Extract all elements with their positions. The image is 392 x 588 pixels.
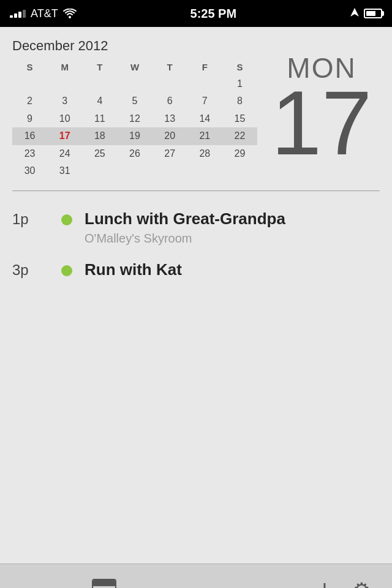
calendar-day-cell[interactable]: 10: [47, 110, 82, 127]
events-section: 1pLunch with Great-GrandpaO'Malley's Sky…: [0, 196, 392, 564]
event-title: Run with Kat: [85, 260, 380, 279]
event-time: 1p: [12, 209, 49, 228]
event-row[interactable]: 1pLunch with Great-GrandpaO'Malley's Sky…: [0, 202, 392, 252]
cal-header-wed: W: [117, 59, 152, 75]
event-time: 3p: [12, 260, 49, 279]
calendar-icon-number: 14: [93, 586, 115, 589]
calendar-week-row: 3031: [12, 162, 257, 179]
calendar-day-cell[interactable]: 16: [12, 127, 47, 145]
calendar-day-cell: [187, 75, 222, 92]
calendar-day-cell: [47, 75, 82, 92]
add-button[interactable]: +: [306, 571, 343, 589]
calendar-day-cell: [187, 162, 222, 179]
calendar-day-cell[interactable]: 28: [187, 145, 222, 162]
location-icon: [350, 8, 359, 19]
calendar-day-cell[interactable]: 20: [153, 127, 187, 145]
forward-icon: →: [58, 578, 77, 588]
main-content: December 2012 S M T W T F S 123456789101…: [0, 27, 392, 564]
calendar-day-cell[interactable]: 2: [12, 92, 47, 110]
calendar-day-cell[interactable]: 23: [12, 145, 47, 162]
cal-header-sat: S: [222, 59, 257, 75]
calendar-day-cell: [222, 162, 257, 179]
carrier-label: AT&T: [31, 7, 58, 20]
mini-calendar: December 2012 S M T W T F S 123456789101…: [12, 38, 257, 179]
calendar-day-cell[interactable]: 31: [47, 162, 82, 179]
calendar-day-cell[interactable]: 27: [153, 145, 187, 162]
calendar-day-cell[interactable]: 13: [153, 110, 187, 127]
calendar-day-cell[interactable]: 7: [187, 92, 222, 110]
settings-button[interactable]: ⚙: [343, 571, 380, 589]
calendar-day-cell: [12, 75, 47, 92]
calendar-day-cell: [82, 162, 117, 179]
divider: [12, 190, 380, 191]
calendar-day-cell[interactable]: 12: [117, 110, 152, 127]
back-icon: ←: [21, 578, 40, 588]
calendar-day-cell: [153, 75, 187, 92]
svg-point-0: [69, 16, 71, 18]
event-subtitle: O'Malley's Skyroom: [85, 232, 380, 246]
calendar-day-cell[interactable]: 5: [117, 92, 152, 110]
calendar-day-cell[interactable]: 9: [12, 110, 47, 127]
event-dot: [61, 214, 72, 225]
today-button[interactable]: 14: [86, 571, 123, 589]
cal-header-thu: T: [153, 59, 187, 75]
calendar-day-cell: [82, 75, 117, 92]
calendar-icon: 14: [92, 579, 116, 589]
calendar-week-row: 23242526272829: [12, 145, 257, 162]
calendar-day-cell[interactable]: 21: [187, 127, 222, 145]
calendar-day-cell[interactable]: 6: [153, 92, 187, 110]
day-display: MON 17: [270, 38, 380, 179]
calendar-day-cell[interactable]: 25: [82, 145, 117, 162]
calendar-grid: S M T W T F S 12345678910111213141516171…: [12, 59, 257, 179]
event-dot-container: [61, 260, 72, 276]
calendar-day-cell[interactable]: 30: [12, 162, 47, 179]
calendar-day-cell[interactable]: 17: [47, 127, 82, 145]
status-left: AT&T: [10, 7, 77, 20]
calendar-day-cell: [153, 162, 187, 179]
cal-header-sun: S: [12, 59, 47, 75]
signal-icon: [10, 10, 26, 18]
event-dot: [61, 265, 72, 276]
back-button[interactable]: ←: [12, 571, 49, 589]
calendar-day-cell[interactable]: 24: [47, 145, 82, 162]
cal-header-fri: F: [187, 59, 222, 75]
status-bar: AT&T 5:25 PM: [0, 0, 392, 27]
bottom-toolbar: ← → 14 + ⚙: [0, 564, 392, 588]
calendar-day-cell[interactable]: 22: [222, 127, 257, 145]
calendar-week-row: 2345678: [12, 92, 257, 110]
calendar-day-cell: [117, 162, 152, 179]
calendar-day-cell: [117, 75, 152, 92]
forward-button[interactable]: →: [49, 571, 86, 589]
event-details: Lunch with Great-GrandpaO'Malley's Skyro…: [85, 209, 380, 245]
calendar-day-cell[interactable]: 14: [187, 110, 222, 127]
event-row[interactable]: 3pRun with Kat: [0, 253, 392, 287]
calendar-day-cell[interactable]: 26: [117, 145, 152, 162]
calendar-icon-top: [93, 580, 115, 586]
cal-header-tue: T: [82, 59, 117, 75]
time-display: 5:25 PM: [190, 7, 237, 21]
calendar-day-cell[interactable]: 19: [117, 127, 152, 145]
calendar-day-cell[interactable]: 4: [82, 92, 117, 110]
calendar-day-cell[interactable]: 3: [47, 92, 82, 110]
settings-icon: ⚙: [353, 578, 371, 589]
calendar-day-cell[interactable]: 15: [222, 110, 257, 127]
cal-header-mon: M: [47, 59, 82, 75]
calendar-header-row: S M T W T F S: [12, 59, 257, 75]
calendar-section: December 2012 S M T W T F S 123456789101…: [0, 27, 392, 186]
calendar-day-cell[interactable]: 8: [222, 92, 257, 110]
calendar-month-year: December 2012: [12, 38, 257, 54]
svg-marker-1: [350, 8, 359, 17]
calendar-day-cell[interactable]: 18: [82, 127, 117, 145]
calendar-week-row: 1: [12, 75, 257, 92]
event-details: Run with Kat: [85, 260, 380, 279]
status-right: [350, 8, 382, 19]
calendar-week-row: 9101112131415: [12, 110, 257, 127]
day-number: 17: [271, 82, 372, 164]
calendar-week-row: 16171819202122: [12, 127, 257, 145]
battery-icon: [364, 9, 382, 18]
event-dot-container: [61, 209, 72, 225]
wifi-icon: [63, 9, 77, 18]
calendar-day-cell[interactable]: 11: [82, 110, 117, 127]
calendar-day-cell[interactable]: 1: [222, 75, 257, 92]
calendar-day-cell[interactable]: 29: [222, 145, 257, 162]
